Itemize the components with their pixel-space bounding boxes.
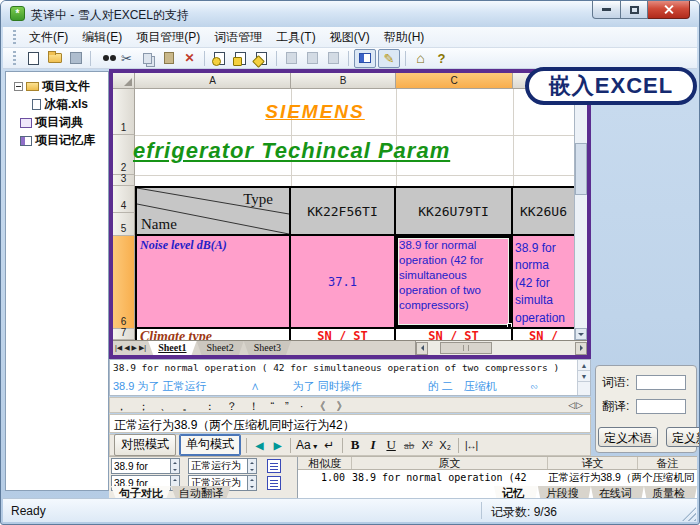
column-header-b[interactable]: B [291, 73, 396, 89]
model-header-cell[interactable]: KK26U6 [511, 188, 574, 234]
gray-tool-icon-1[interactable] [282, 50, 301, 67]
excel-horizontal-scrollbar[interactable] [415, 341, 587, 355]
bold-icon[interactable]: B [348, 437, 363, 453]
paste-icon[interactable] [159, 50, 178, 67]
row-header-4[interactable]: 4 [113, 186, 135, 213]
cell-title-siemens[interactable]: SIEMENS [135, 91, 495, 133]
fill-handle[interactable] [507, 323, 512, 328]
noise-value-cell-b[interactable]: 37.1 [289, 236, 394, 327]
last-sheet-icon[interactable]: ▶| [139, 344, 146, 352]
climate-label-cell[interactable]: Climate type [137, 329, 289, 340]
copy-icon[interactable] [138, 50, 157, 67]
copy-segment-icon[interactable] [267, 476, 281, 490]
model-header-cell[interactable]: KK26U79TI [394, 188, 511, 234]
sidebar-item-project-files[interactable]: 项目文件 [14, 78, 90, 95]
cut-icon[interactable] [117, 50, 136, 67]
spinner-icon[interactable] [248, 475, 257, 491]
noise-label-cell[interactable]: Noise level dB(A) [137, 236, 289, 327]
menu-tools[interactable]: 工具(T) [269, 27, 322, 48]
sidebar-item-workbook[interactable]: 冰箱.xls [32, 96, 88, 113]
subscript-icon[interactable]: X₂ [438, 439, 453, 451]
resize-grip-icon[interactable] [682, 507, 696, 521]
row-header-6[interactable]: 6 [113, 236, 135, 329]
climate-value-cell-c[interactable]: SN / ST [394, 329, 511, 340]
next-segment-icon[interactable]: ▶ [270, 440, 285, 451]
punctuation-nav-icon[interactable]: ◁▷ [568, 400, 584, 410]
find-icon[interactable] [96, 50, 115, 67]
compare-source-input[interactable] [111, 458, 171, 474]
superscript-icon[interactable]: X² [420, 439, 435, 451]
view-split-icon[interactable] [354, 49, 376, 68]
horizontal-scroll-track[interactable] [428, 342, 575, 355]
column-target[interactable]: 译文 [548, 457, 638, 469]
sheet-tab-sheet2[interactable]: Sheet2 [197, 341, 244, 355]
column-header-a[interactable]: A [135, 73, 291, 89]
next-sheet-icon[interactable]: ▶ [132, 344, 137, 352]
translation-edit-line[interactable]: 正常运行为38.9（两个压缩机同时运行为42） [109, 414, 591, 433]
column-header-c[interactable]: C [396, 73, 513, 89]
menu-edit[interactable]: 编辑(E) [75, 27, 129, 48]
underline-icon[interactable]: U [384, 437, 399, 453]
column-remark[interactable]: 备注 [638, 457, 697, 469]
gloss-line[interactable]: 38.9 为了 正常运行 ∧ 为了 同时操作 的 二 压缩机 ∽ [113, 379, 539, 394]
maximize-button[interactable] [621, 1, 648, 19]
punctuation-buttons[interactable]: ， ； 、 。 ： ？ ！ “ ” · 《 》 [116, 399, 352, 414]
menu-terms[interactable]: 词语管理 [207, 27, 269, 48]
new-document-icon[interactable] [24, 50, 43, 67]
menu-view[interactable]: 视图(V) [323, 27, 377, 48]
single-sentence-mode-button[interactable]: 单句模式 [179, 434, 241, 456]
italic-icon[interactable]: I [366, 437, 381, 453]
spinner-icon[interactable] [171, 458, 180, 474]
define-new-button[interactable]: 定义新 [666, 427, 700, 447]
column-source[interactable]: 原文 [352, 457, 548, 469]
save-icon[interactable] [66, 50, 85, 67]
translation-input[interactable] [636, 399, 686, 414]
climate-value-cell-b[interactable]: SN / ST [289, 329, 394, 340]
copy-segment-icon[interactable] [267, 459, 281, 473]
climate-value-cell-d[interactable]: SN / [511, 329, 574, 340]
gray-tool-icon-3[interactable] [324, 50, 343, 67]
source-sentence[interactable]: 38.9 for normal operation ( 42 for simul… [113, 362, 559, 373]
pen-icon[interactable] [378, 49, 400, 68]
doc-badge-icon-3[interactable] [252, 50, 271, 67]
fit-width-icon[interactable]: |↔| [464, 440, 479, 451]
close-button[interactable] [648, 1, 690, 19]
contrast-mode-button[interactable]: 对照模式 [114, 434, 176, 456]
doc-badge-icon-1[interactable] [210, 50, 229, 67]
first-sheet-icon[interactable]: |◀ [115, 344, 122, 352]
horizontal-scroll-thumb[interactable] [440, 342, 492, 354]
selected-cell-c6[interactable]: 38.9 for normal operation (42 for simult… [394, 236, 511, 327]
font-icon[interactable]: Aa▼ [296, 438, 319, 452]
vertical-scroll-thumb[interactable] [575, 143, 587, 195]
menu-help[interactable]: 帮助(H) [377, 27, 432, 48]
scroll-up-icon[interactable]: ▲ [578, 360, 590, 371]
row-header-2[interactable]: 2 [113, 135, 135, 175]
sidebar-item-dictionary[interactable]: 项目词典 [20, 114, 83, 131]
select-all-corner[interactable] [113, 73, 135, 89]
column-similarity[interactable]: 相似度 [298, 457, 352, 469]
prev-sheet-icon[interactable]: ◀ [124, 344, 129, 352]
menu-project[interactable]: 项目管理(P) [129, 27, 207, 48]
row-header-5[interactable]: 5 [113, 213, 135, 236]
word-input[interactable] [636, 375, 686, 390]
sheet-tab-sheet3[interactable]: Sheet3 [244, 341, 291, 355]
row-header-3[interactable]: 3 [113, 175, 135, 186]
gray-tool-icon-2[interactable] [303, 50, 322, 67]
scroll-left-icon[interactable] [416, 342, 428, 355]
scroll-right-icon[interactable] [575, 342, 587, 355]
excel-vertical-scrollbar[interactable] [574, 73, 587, 340]
memory-table-row[interactable]: 1.00 38.9 for normal operation (42 正常运行为… [298, 470, 697, 485]
menu-file[interactable]: 文件(F) [22, 27, 75, 48]
spinner-icon[interactable] [248, 458, 257, 474]
strikethrough-icon[interactable]: ab [402, 439, 417, 451]
compare-target-input[interactable] [188, 458, 248, 474]
line-break-icon[interactable]: ↵ [322, 438, 337, 452]
scroll-down-icon[interactable] [575, 328, 587, 340]
prev-segment-icon[interactable]: ◀ [252, 440, 267, 451]
collapse-icon[interactable] [14, 82, 23, 91]
doc-badge-icon-2[interactable] [231, 50, 250, 67]
define-term-button[interactable]: 定义术语 [598, 427, 658, 447]
sidebar-item-memory[interactable]: 项目记忆库 [20, 132, 95, 149]
minimize-button[interactable] [592, 1, 621, 19]
model-header-cell[interactable]: KK22F56TI [289, 188, 394, 234]
